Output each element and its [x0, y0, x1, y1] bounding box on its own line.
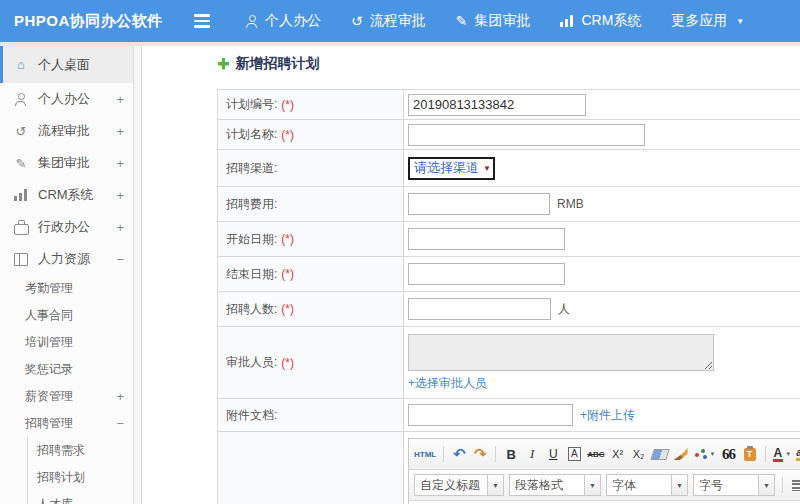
sidebar-item-hr[interactable]: 人力资源 − [0, 243, 141, 275]
sidebar-subitem-label: 考勤管理 [25, 280, 73, 297]
paragraph-format-select[interactable]: 段落格式 ▼ [509, 474, 601, 496]
expand-plus-icon[interactable]: + [116, 389, 124, 404]
sidebar-scrollbar[interactable] [133, 46, 141, 504]
redo-button[interactable]: ↷ [472, 444, 488, 464]
plan-number-input[interactable] [408, 94, 586, 116]
form-row-attachment: 附件文档: +附件上传 [218, 399, 800, 432]
form-row-cost: 招聘费用: RMB [218, 187, 800, 222]
field-label: 招聘人数: [226, 301, 277, 318]
autotypeset-button[interactable]: A [566, 444, 582, 464]
sidebar-item-hr-contract[interactable]: 人事合同 [0, 302, 141, 329]
collapse-minus-icon[interactable]: − [116, 416, 124, 431]
sidebar-subitem-label: 薪资管理 [25, 388, 73, 405]
custom-title-value: 自定义标题 [415, 477, 487, 494]
source-code-button[interactable]: HTML [414, 444, 436, 464]
end-date-input[interactable] [408, 263, 565, 285]
font-size-value: 字号 [694, 477, 758, 494]
paste-button[interactable]: T [742, 444, 758, 464]
editor-toolbar-row1: HTML ↶ ↷ B I U A ABC X² X₂ ▼ [409, 439, 800, 470]
align-left-button[interactable] [790, 475, 800, 495]
sidebar-item-desktop[interactable]: ⌂ 个人桌面 [0, 46, 141, 83]
sidebar-item-attendance[interactable]: 考勤管理 [0, 275, 141, 302]
field-label: 附件文档: [226, 407, 277, 424]
caret-down-icon[interactable]: ▼ [758, 475, 774, 495]
sidebar-item-recruit-demand[interactable]: 招聘需求 [28, 437, 141, 464]
cost-input[interactable] [408, 193, 550, 215]
start-date-input[interactable] [408, 228, 565, 250]
cost-unit: RMB [557, 197, 584, 211]
attachment-upload-link[interactable]: +附件上传 [580, 407, 635, 424]
sidebar-item-admin-office[interactable]: 行政办公 + [0, 211, 141, 243]
nav-label: 流程审批 [370, 12, 426, 30]
font-size-select[interactable]: 字号 ▼ [693, 474, 775, 496]
caret-down-icon: ▼ [710, 451, 716, 457]
attachment-input[interactable] [408, 404, 573, 426]
bold-button[interactable]: B [503, 444, 519, 464]
sidebar-item-recruit-mgmt[interactable]: 招聘管理 − [0, 410, 141, 437]
sidebar-item-salary[interactable]: 薪资管理 + [0, 383, 141, 410]
font-color-button[interactable]: A▼ [773, 444, 792, 464]
share-icon: ↺ [13, 125, 29, 138]
sidebar-subitem-label: 人才库 [37, 496, 73, 504]
form-row-editor: HTML ↶ ↷ B I U A ABC X² X₂ ▼ [218, 432, 800, 504]
nav-label: 集团审批 [474, 12, 530, 30]
custom-title-select[interactable]: 自定义标题 ▼ [414, 474, 504, 496]
strikethrough-button[interactable]: ABC [587, 444, 604, 464]
sidebar-item-group-approval[interactable]: ✎ 集团审批 + [0, 147, 141, 179]
sidebar-subitem-label: 招聘管理 [25, 415, 73, 432]
select-approvers-link[interactable]: +选择审批人员 [408, 375, 487, 392]
sidebar-item-process-approval[interactable]: ↺ 流程审批 + [0, 115, 141, 147]
approvers-textarea[interactable] [408, 334, 714, 371]
format-brush-button[interactable] [673, 444, 689, 464]
eraser-button[interactable] [652, 444, 668, 464]
font-family-select[interactable]: 字体 ▼ [606, 474, 688, 496]
nav-item-process-approval[interactable]: ↺ 流程审批 [351, 12, 426, 30]
caret-down-icon[interactable]: ▼ [487, 475, 503, 495]
sidebar-subitem-label: 奖惩记录 [25, 361, 73, 378]
form-row-channel: 招聘渠道: 请选择渠道 ▼ [218, 150, 800, 187]
nav-item-personal-office[interactable]: 个人办公 [246, 12, 321, 30]
superscript-button[interactable]: X² [610, 444, 626, 464]
expand-plus-icon[interactable]: + [116, 92, 124, 107]
font-family-value: 字体 [607, 477, 671, 494]
field-label: 计划编号: [226, 96, 277, 113]
nav-item-crm[interactable]: CRM系统 [560, 12, 641, 30]
form-row-headcount: 招聘人数:(*) 人 [218, 292, 800, 327]
field-label: 计划名称: [226, 126, 277, 143]
highlight-colors-button[interactable]: ▼ [694, 444, 716, 464]
sidebar-item-talent-pool[interactable]: 人才库 [28, 491, 141, 504]
hamburger-menu-icon[interactable] [194, 14, 212, 28]
nav-item-group-approval[interactable]: ✎ 集团审批 [456, 12, 531, 30]
home-icon: ⌂ [13, 58, 29, 71]
nav-item-more-apps[interactable]: 更多应用 ▼ [671, 12, 744, 30]
expand-plus-icon[interactable]: + [116, 188, 124, 203]
caret-down-icon[interactable]: ▼ [671, 475, 687, 495]
headcount-input[interactable] [408, 298, 551, 320]
underline-button[interactable]: U [545, 444, 561, 464]
caret-down-icon[interactable]: ▼ [584, 475, 600, 495]
channel-select[interactable]: 请选择渠道 ▼ [408, 157, 495, 180]
expand-plus-icon[interactable]: + [116, 156, 124, 171]
sidebar-item-personal-office[interactable]: 个人办公 + [0, 83, 141, 115]
editor-toolbar-row2: 自定义标题 ▼ 段落格式 ▼ 字体 ▼ 字号 ▼ [409, 470, 800, 501]
expand-plus-icon[interactable]: + [116, 124, 124, 139]
edit-icon: ✎ [456, 14, 468, 28]
blockquote-button[interactable]: 66 [721, 444, 737, 464]
field-label: 招聘费用: [226, 196, 277, 213]
sidebar-item-recruit-plan[interactable]: 招聘计划 [28, 464, 141, 491]
eraser-icon [650, 449, 670, 460]
expand-plus-icon[interactable]: + [116, 220, 124, 235]
italic-button[interactable]: I [524, 444, 540, 464]
subscript-button[interactable]: X₂ [631, 444, 647, 464]
plus-icon: ✚ [217, 55, 230, 73]
caret-down-icon: ▼ [736, 17, 744, 26]
background-color-button[interactable]: ab▼ [796, 444, 800, 464]
form-row-approvers: 审批人员:(*) +选择审批人员 [218, 327, 800, 399]
sidebar-item-crm[interactable]: CRM系统 + [0, 179, 141, 211]
field-label: 结束日期: [226, 266, 277, 283]
plan-name-input[interactable] [408, 124, 645, 146]
sidebar-item-training[interactable]: 培训管理 [0, 329, 141, 356]
sidebar-item-rewards[interactable]: 奖惩记录 [0, 356, 141, 383]
collapse-minus-icon[interactable]: − [116, 252, 124, 267]
undo-button[interactable]: ↶ [451, 444, 467, 464]
